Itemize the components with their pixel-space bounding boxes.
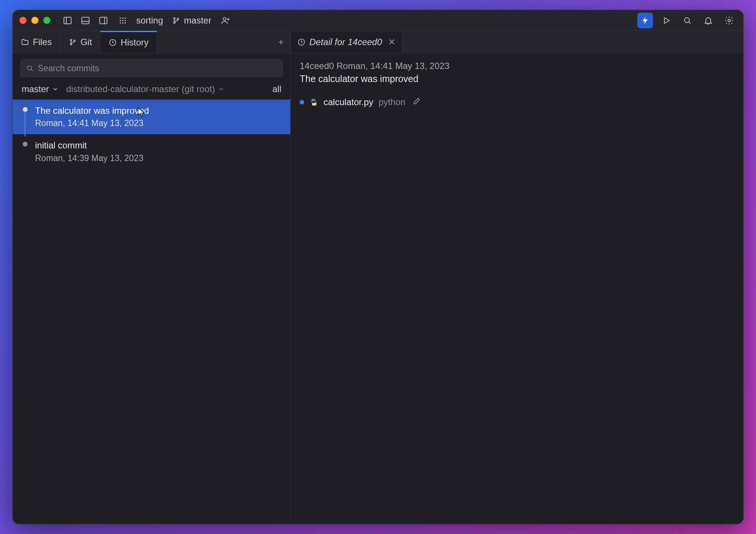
folder-icon	[21, 38, 29, 46]
svg-point-13	[122, 22, 123, 23]
commit-title: The calculator was improved	[35, 105, 281, 117]
svg-point-26	[70, 43, 72, 45]
bottom-panel-toggle-icon[interactable]	[78, 13, 93, 28]
tab-files-label: Files	[33, 37, 52, 47]
close-window-button[interactable]	[19, 17, 26, 24]
play-icon	[662, 16, 671, 25]
svg-point-27	[74, 40, 75, 41]
search-commits-input[interactable]	[38, 63, 277, 73]
root-filter-label: distributed-calculator-master (git root)	[66, 84, 215, 94]
tab-git[interactable]: Git	[60, 31, 101, 53]
svg-point-14	[125, 22, 126, 23]
tab-history[interactable]: History	[100, 31, 157, 53]
svg-point-18	[223, 17, 226, 20]
branch-icon	[69, 38, 77, 46]
tab-commit-detail-label: Detail for 14ceed0	[309, 37, 382, 47]
python-file-icon	[309, 98, 318, 107]
graph-node-icon	[23, 142, 28, 147]
editor-tabs: Detail for 14ceed0 ✕	[291, 31, 743, 53]
changed-file-row[interactable]: calculator.py python	[300, 97, 734, 107]
right-panel: Detail for 14ceed0 ✕ 14ceed0 Roman, 14:4…	[291, 31, 743, 524]
mouse-cursor-icon	[137, 107, 146, 117]
svg-marker-21	[665, 18, 669, 23]
ai-assistant-button[interactable]	[637, 13, 653, 28]
svg-point-25	[70, 39, 72, 41]
svg-point-24	[728, 19, 731, 22]
titlebar: sorting master	[13, 10, 743, 31]
project-name[interactable]: sorting	[136, 15, 163, 26]
tab-close-button[interactable]: ✕	[388, 37, 396, 47]
window-controls	[19, 17, 50, 24]
search-button[interactable]	[680, 13, 695, 28]
svg-rect-2	[82, 17, 89, 23]
graph-column	[22, 139, 28, 164]
clock-icon	[109, 38, 117, 47]
svg-point-9	[120, 20, 121, 21]
left-panel-toggle-icon[interactable]	[60, 13, 75, 28]
commit-item[interactable]: The calculator was improved Roman, 14:41…	[13, 100, 290, 134]
commit-text: The calculator was improved Roman, 14:41…	[35, 105, 281, 129]
tab-commit-detail[interactable]: Detail for 14ceed0 ✕	[291, 31, 403, 53]
svg-line-23	[689, 22, 691, 23]
chevron-down-icon	[218, 86, 225, 92]
content-area: Files Git History	[13, 31, 743, 524]
layout-buttons	[60, 13, 111, 28]
commit-detail-body: 14ceed0 Roman, 14:41 May 13, 2023 The ca…	[291, 53, 743, 524]
svg-point-11	[125, 20, 126, 21]
root-filter[interactable]: distributed-calculator-master (git root)	[66, 84, 225, 94]
branch-selector[interactable]: master	[172, 15, 211, 26]
bell-icon	[703, 16, 713, 25]
chevron-down-icon	[52, 86, 59, 92]
notifications-button[interactable]	[701, 13, 716, 28]
svg-point-6	[120, 17, 121, 18]
search-commits-field[interactable]	[20, 59, 283, 77]
branch-filter[interactable]: master	[22, 84, 59, 94]
branch-icon	[172, 16, 180, 25]
svg-point-10	[122, 20, 123, 21]
changed-file-dir: python	[378, 97, 405, 107]
commit-item[interactable]: initial commit Roman, 14:39 May 13, 2023	[13, 134, 290, 169]
svg-point-15	[174, 18, 175, 19]
search-wrap	[13, 53, 290, 82]
plus-icon	[277, 38, 285, 46]
commit-meta: Roman, 14:41 May 13, 2023	[35, 117, 281, 129]
commit-text: initial commit Roman, 14:39 May 13, 2023	[35, 139, 281, 164]
change-status-dot-icon	[300, 100, 304, 104]
commit-detail-message: The calculator was improved	[300, 73, 734, 84]
svg-rect-0	[64, 17, 71, 23]
tab-history-label: History	[121, 37, 149, 48]
commit-title: initial commit	[35, 139, 281, 151]
branch-name: master	[184, 15, 211, 26]
tab-git-label: Git	[81, 37, 92, 47]
svg-point-22	[684, 18, 689, 22]
titlebar-right	[637, 13, 737, 28]
svg-point-31	[28, 66, 32, 70]
svg-line-32	[31, 69, 32, 71]
run-button[interactable]	[659, 13, 674, 28]
svg-rect-4	[100, 17, 107, 23]
lightning-icon	[641, 16, 650, 25]
graph-line	[25, 111, 25, 136]
left-panel-tabs: Files Git History	[13, 31, 290, 53]
gear-icon	[724, 16, 734, 25]
settings-button[interactable]	[722, 13, 737, 28]
filter-row: master distributed-calculator-master (gi…	[13, 82, 290, 100]
svg-point-17	[177, 18, 178, 20]
pencil-icon	[413, 97, 421, 105]
add-collaborator-icon[interactable]	[218, 13, 233, 28]
svg-point-8	[125, 17, 126, 18]
filter-all[interactable]: all	[272, 84, 281, 94]
add-tab-button[interactable]	[272, 31, 290, 53]
maximize-window-button[interactable]	[43, 17, 50, 24]
changed-file-name: calculator.py	[324, 97, 373, 107]
search-icon	[26, 64, 34, 72]
apps-grid-icon[interactable]	[115, 13, 130, 28]
right-panel-toggle-icon[interactable]	[96, 13, 111, 28]
svg-point-16	[174, 22, 175, 23]
tab-files[interactable]: Files	[13, 31, 60, 53]
branch-filter-label: master	[22, 84, 49, 94]
edit-icon[interactable]	[413, 97, 421, 107]
minimize-window-button[interactable]	[31, 17, 38, 24]
ide-window: sorting master	[12, 10, 744, 524]
commit-list: The calculator was improved Roman, 14:41…	[13, 100, 290, 524]
